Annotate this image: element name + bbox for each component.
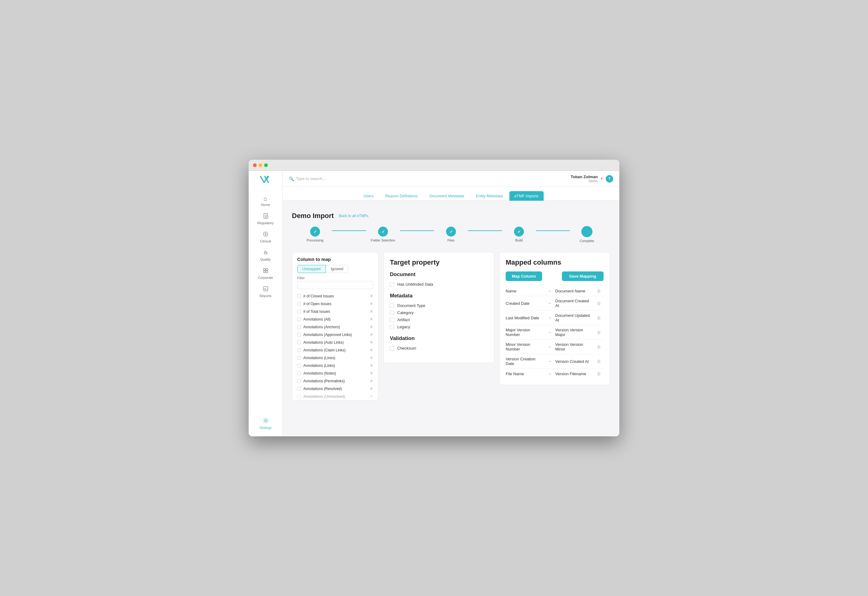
close-dot[interactable] (253, 163, 257, 167)
column-name: Annotations (All) (303, 317, 331, 322)
svg-rect-10 (263, 268, 265, 270)
remove-column-icon[interactable]: ✕ (370, 294, 373, 298)
sidebar-item-clinical[interactable]: Clinical (249, 228, 282, 246)
remove-column-icon[interactable]: ✕ (370, 356, 373, 360)
sidebar-item-reports[interactable]: Reports (249, 283, 282, 301)
target-property-panel: Target property Document Has Unblinded D… (383, 252, 494, 363)
mapped-source: Major Version Number (506, 328, 544, 337)
column-checkbox[interactable] (297, 379, 301, 383)
column-checkbox[interactable] (297, 395, 301, 398)
column-name: Annotations (Approved Links) (303, 333, 352, 337)
target-section-validation: Validation Checksum (390, 335, 488, 352)
delete-mapping-icon[interactable]: 🗑 (594, 359, 604, 364)
delete-mapping-icon[interactable]: 🗑 (594, 315, 604, 320)
target-item-label: Category (397, 310, 413, 315)
sidebar-item-regulatory[interactable]: Regulatory (249, 209, 282, 228)
remove-column-icon[interactable]: ✕ (370, 309, 373, 314)
column-name: Annotations (Notes) (303, 371, 336, 376)
remove-column-icon[interactable]: ✕ (370, 325, 373, 329)
remove-column-icon[interactable]: ✕ (370, 387, 373, 391)
chevron-down-icon[interactable]: ▼ (600, 177, 603, 180)
search-placeholder[interactable]: Type to search... (296, 176, 326, 181)
column-name: Annotations (Claim Links) (303, 348, 345, 353)
remove-column-icon[interactable]: ✕ (370, 317, 373, 322)
back-link[interactable]: Back to all eTMFs (339, 214, 369, 218)
home-icon: ⌂ (263, 195, 267, 202)
column-checkbox[interactable] (297, 356, 301, 360)
svg-point-6 (267, 218, 267, 218)
save-mapping-button[interactable]: Save Mapping (562, 271, 604, 281)
minimize-dot[interactable] (258, 163, 262, 167)
target-section-document-title: Document (390, 271, 488, 277)
help-button[interactable]: ? (606, 175, 613, 183)
target-checkbox[interactable] (390, 282, 394, 286)
remove-column-icon[interactable]: ✕ (370, 348, 373, 353)
target-checkbox[interactable] (390, 318, 394, 322)
delete-mapping-icon[interactable]: 🗑 (594, 330, 604, 335)
tab-entity-metadata[interactable]: Entity Metadata (471, 191, 508, 201)
sidebar-item-quality[interactable]: Quality (249, 246, 282, 264)
target-checkbox[interactable] (390, 325, 394, 329)
remove-column-icon[interactable]: ✕ (370, 394, 373, 399)
column-checkbox[interactable] (297, 372, 301, 375)
column-toggle: Unmapped Ignored (292, 265, 378, 276)
target-property-title: Target property (390, 258, 488, 267)
step-label-processing: Processing (307, 238, 323, 242)
remove-column-icon[interactable]: ✕ (370, 332, 373, 337)
mapped-target: Version Version Minor (555, 342, 593, 351)
sidebar-item-home[interactable]: ⌂ Home (249, 192, 282, 209)
column-checkbox[interactable] (297, 387, 301, 391)
svg-rect-12 (263, 271, 265, 273)
main-content: 🔍 Type to search... Toban Zolman Demo ▼ … (283, 171, 619, 436)
tab-reason-definitions[interactable]: Reason Definitions (380, 191, 423, 201)
target-section-document: Document Has Unblinded Data (390, 271, 488, 288)
column-checkbox[interactable] (297, 364, 301, 367)
column-checkbox[interactable] (297, 325, 301, 329)
tab-etmf-imports[interactable]: eTMF Imports (509, 191, 544, 201)
remove-column-icon[interactable]: ✕ (370, 363, 373, 368)
column-checkbox[interactable] (297, 294, 301, 298)
remove-column-icon[interactable]: ✕ (370, 379, 373, 383)
sidebar-item-corporate[interactable]: Corporate (249, 264, 282, 283)
remove-column-icon[interactable]: ✕ (370, 371, 373, 376)
quality-icon (263, 249, 269, 256)
column-checkbox[interactable] (297, 341, 301, 344)
tab-bar: Users Reason Definitions Document Metada… (283, 187, 619, 201)
target-checkbox[interactable] (390, 346, 394, 351)
column-checkbox[interactable] (297, 302, 301, 306)
column-checkbox[interactable] (297, 348, 301, 352)
mapped-target: Document Created At (555, 299, 593, 308)
column-list: # of Closed Issues ✕ # of Open Issues ✕ (292, 292, 378, 400)
mapped-target: Document Updated At (555, 313, 593, 322)
column-checkbox[interactable] (297, 333, 301, 336)
filter-input[interactable] (297, 281, 373, 289)
column-checkbox[interactable] (297, 310, 301, 313)
column-name: Annotations (Unresolved) (303, 394, 345, 399)
maximize-dot[interactable] (264, 163, 268, 167)
search-icon: 🔍 (289, 176, 294, 181)
target-checkbox[interactable] (390, 311, 394, 315)
mapped-source: Name (506, 289, 544, 294)
app-logo[interactable] (258, 174, 273, 186)
sidebar-item-settings[interactable]: Settings (249, 415, 282, 433)
tab-users[interactable]: Users (358, 191, 379, 201)
column-name: Annotations (Permalinks) (303, 379, 345, 383)
mapped-columns-panel: Mapped columns Map Column Save Mapping N… (499, 252, 610, 385)
delete-mapping-icon[interactable]: 🗑 (594, 301, 604, 306)
map-column-button[interactable]: Map Column (506, 271, 542, 281)
toggle-unmapped[interactable]: Unmapped (297, 265, 326, 273)
remove-column-icon[interactable]: ✕ (370, 340, 373, 345)
column-name: Annotations (Auto Links) (303, 340, 344, 345)
mapped-source: Last Modified Date (506, 316, 544, 320)
column-checkbox[interactable] (297, 317, 301, 321)
delete-mapping-icon[interactable]: 🗑 (594, 371, 604, 376)
delete-mapping-icon[interactable]: 🗑 (594, 288, 604, 294)
delete-mapping-icon[interactable]: 🗑 (594, 344, 604, 349)
tab-document-metadata[interactable]: Document Metadata (424, 191, 469, 201)
toggle-ignored[interactable]: Ignored (326, 265, 349, 273)
target-item: Artifact (390, 316, 488, 323)
target-checkbox[interactable] (390, 304, 394, 308)
remove-column-icon[interactable]: ✕ (370, 301, 373, 306)
step-circle-processing: ✓ (310, 227, 320, 236)
user-area: Toban Zolman Demo ▼ ? (571, 174, 613, 183)
